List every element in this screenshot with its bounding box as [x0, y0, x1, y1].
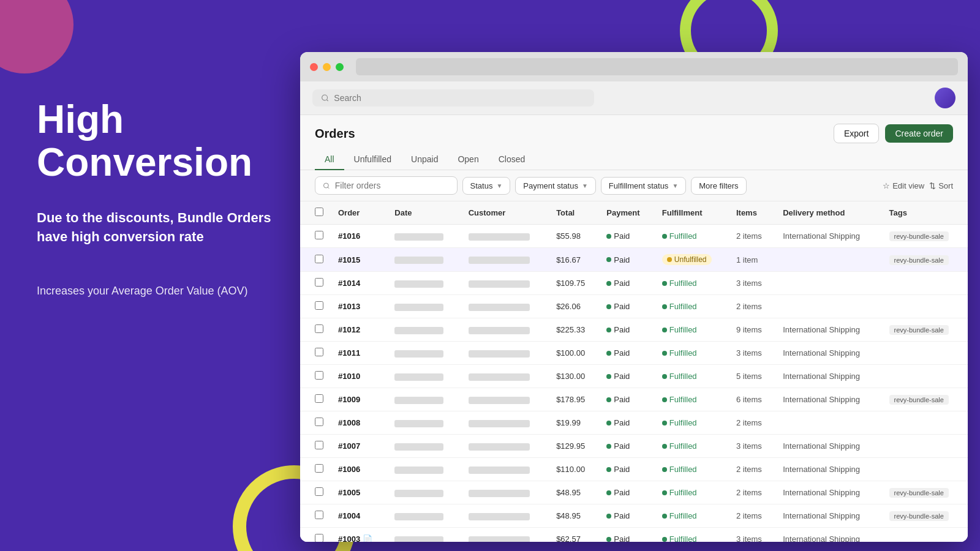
order-tags: revy-bundle-sale — [882, 481, 968, 504]
order-total: $62.57 — [549, 528, 599, 542]
row-checkbox[interactable] — [315, 371, 323, 380]
order-customer — [461, 318, 549, 342]
order-payment: Paid — [599, 504, 655, 528]
search-icon — [321, 94, 329, 102]
table-row: #1016$55.98PaidFulfilled2 itemsInternati… — [300, 225, 968, 248]
more-filters-button[interactable]: More filters — [691, 177, 746, 195]
tab-unfulfilled[interactable]: Unfulfilled — [344, 149, 401, 170]
status-filter-button[interactable]: Status ▼ — [462, 177, 511, 195]
svg-point-1 — [323, 183, 328, 188]
tab-all[interactable]: All — [315, 149, 344, 170]
export-button[interactable]: Export — [834, 124, 879, 143]
order-number[interactable]: #1004 — [338, 511, 360, 520]
left-panel: High Conversion Due to the discounts, Bu… — [37, 98, 294, 299]
order-items: 2 items — [729, 225, 775, 248]
row-checkbox[interactable] — [315, 487, 323, 496]
order-number[interactable]: #1013 — [338, 302, 360, 311]
order-number[interactable]: #1014 — [338, 279, 360, 288]
order-customer — [461, 411, 549, 435]
order-date — [387, 342, 461, 365]
global-search-bar[interactable] — [312, 89, 594, 107]
order-items: 2 items — [729, 411, 775, 435]
payment-status-filter-button[interactable]: Payment status ▼ — [515, 177, 596, 195]
tab-closed[interactable]: Closed — [489, 149, 535, 170]
order-delivery: International Shipping — [775, 342, 881, 365]
tab-unpaid[interactable]: Unpaid — [401, 149, 448, 170]
order-number[interactable]: #1006 — [338, 465, 360, 474]
order-customer — [461, 388, 549, 411]
row-checkbox[interactable] — [315, 464, 323, 473]
create-order-button[interactable]: Create order — [885, 124, 953, 143]
row-checkbox[interactable] — [315, 255, 323, 263]
order-tags: revy-bundle-sale — [882, 318, 968, 342]
order-date — [387, 528, 461, 542]
browser-close-button[interactable] — [310, 63, 318, 71]
order-delivery — [775, 248, 881, 272]
row-checkbox[interactable] — [315, 394, 323, 403]
avatar[interactable] — [935, 88, 956, 108]
row-checkbox[interactable] — [315, 511, 323, 519]
select-all-checkbox[interactable] — [315, 208, 323, 216]
table-row: #1014$109.75PaidFulfilled3 items — [300, 272, 968, 295]
row-checkbox[interactable] — [315, 441, 323, 449]
select-all-header[interactable] — [300, 201, 331, 225]
row-checkbox[interactable] — [315, 418, 323, 426]
main-heading: High Conversion — [37, 98, 294, 184]
order-number[interactable]: #1015 — [338, 255, 360, 264]
order-items: 1 item — [729, 248, 775, 272]
browser-address-bar[interactable] — [356, 58, 958, 75]
order-tabs: All Unfulfilled Unpaid Open Closed — [300, 149, 968, 170]
order-number[interactable]: #1007 — [338, 441, 360, 451]
order-total: $130.00 — [549, 365, 599, 388]
order-fulfillment: Fulfilled — [655, 318, 729, 342]
order-date — [387, 272, 461, 295]
filter-orders-input[interactable] — [335, 181, 450, 190]
row-checkbox[interactable] — [315, 324, 323, 333]
order-total: $19.99 — [549, 411, 599, 435]
order-date — [387, 225, 461, 248]
order-number[interactable]: #1010 — [338, 372, 360, 381]
order-number[interactable]: #1011 — [338, 348, 360, 358]
order-number[interactable]: #1016 — [338, 231, 360, 241]
order-customer — [461, 435, 549, 458]
tag-badge: revy-bundle-sale — [889, 325, 949, 335]
order-number[interactable]: #1008 — [338, 418, 360, 427]
sort-button[interactable]: ⇅ Sort — [929, 181, 953, 190]
row-checkbox[interactable] — [315, 348, 323, 356]
order-number[interactable]: #1012 — [338, 325, 360, 334]
order-items: 3 items — [729, 272, 775, 295]
row-checkbox[interactable] — [315, 301, 323, 310]
edit-view-button[interactable]: ☆ Edit view — [883, 181, 924, 190]
order-delivery: International Shipping — [775, 504, 881, 528]
orders-table-container: Order Date Customer Total Payment Fulfil… — [300, 201, 968, 542]
fulfillment-status-chevron: ▼ — [672, 182, 678, 189]
tag-badge: revy-bundle-sale — [889, 488, 949, 498]
order-customer — [461, 225, 549, 248]
table-row: #1015$16.67PaidUnfulfilled1 itemrevy-bun… — [300, 248, 968, 272]
order-number[interactable]: #1005 — [338, 488, 360, 497]
row-checkbox[interactable] — [315, 278, 323, 287]
browser-chrome — [300, 52, 968, 81]
sort-icon: ⇅ — [929, 181, 936, 190]
tab-open[interactable]: Open — [448, 149, 488, 170]
browser-minimize-button[interactable] — [323, 63, 331, 71]
order-number[interactable]: #1003 — [338, 534, 360, 542]
order-items: 5 items — [729, 365, 775, 388]
order-number[interactable]: #1009 — [338, 395, 360, 404]
row-checkbox[interactable] — [315, 534, 323, 542]
browser-fullscreen-button[interactable] — [336, 63, 344, 71]
customer-column-header: Customer — [461, 201, 549, 225]
table-row: #1008$19.99PaidFulfilled2 items — [300, 411, 968, 435]
order-customer — [461, 528, 549, 542]
tag-badge: revy-bundle-sale — [889, 231, 949, 241]
description-text: Increases your Average Order Value (AOV) — [37, 283, 294, 299]
document-icon: 📄 — [360, 534, 372, 542]
decorative-circle-pink — [0, 0, 74, 73]
row-checkbox[interactable] — [315, 231, 323, 239]
fulfillment-status-filter-button[interactable]: Fulfillment status ▼ — [601, 177, 686, 195]
order-payment: Paid — [599, 481, 655, 504]
global-search-input[interactable] — [334, 93, 586, 103]
tag-badge: revy-bundle-sale — [889, 511, 949, 521]
order-fulfillment: Unfulfilled — [655, 248, 729, 272]
filter-search-bar[interactable] — [315, 176, 458, 195]
